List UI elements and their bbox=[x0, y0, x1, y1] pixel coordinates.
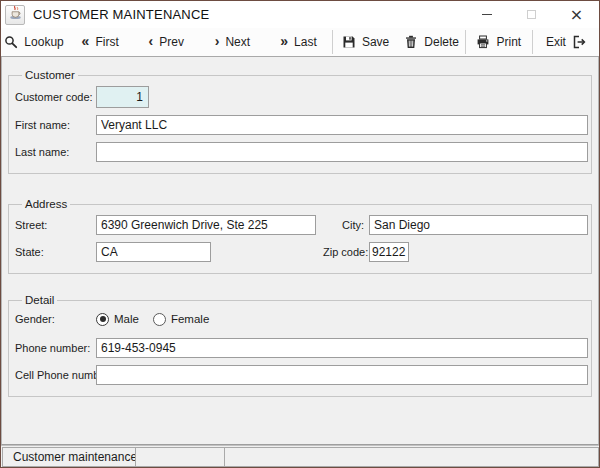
save-button[interactable]: Save bbox=[333, 28, 399, 56]
next-button[interactable]: › Next bbox=[199, 28, 265, 56]
customer-code-input[interactable] bbox=[96, 86, 149, 108]
first-icon: « bbox=[82, 34, 90, 48]
status-cell-empty bbox=[135, 447, 225, 467]
print-button[interactable]: Print bbox=[466, 28, 532, 56]
toolbar: Lookup « First ‹ Prev › Next » Last Save bbox=[1, 28, 599, 57]
java-icon bbox=[8, 5, 23, 24]
delete-label: Delete bbox=[424, 35, 459, 49]
gender-radio-female[interactable]: Female bbox=[153, 313, 209, 326]
prev-icon: ‹ bbox=[149, 34, 154, 48]
state-zip-row: State: Zip code: bbox=[15, 242, 588, 262]
title-bar: CUSTOMER MAINTENANCE × bbox=[1, 1, 599, 28]
exit-label: Exit bbox=[546, 35, 566, 49]
maximize-button[interactable] bbox=[509, 1, 554, 28]
cell-phone-label: Cell Phone number: bbox=[15, 369, 96, 381]
first-button[interactable]: « First bbox=[67, 28, 133, 56]
next-label: Next bbox=[225, 35, 250, 49]
close-button[interactable]: × bbox=[554, 1, 599, 28]
last-button[interactable]: » Last bbox=[265, 28, 331, 56]
minimize-icon bbox=[482, 14, 492, 15]
save-label: Save bbox=[362, 35, 389, 49]
address-group: Address Street: City: State: Zip code: bbox=[8, 198, 592, 274]
phone-label: Phone number: bbox=[15, 342, 96, 354]
search-icon bbox=[4, 35, 18, 49]
status-cell-empty bbox=[224, 447, 599, 467]
zip-code-label: Zip code: bbox=[323, 246, 369, 258]
last-name-row: Last name: bbox=[15, 142, 588, 162]
address-group-title: Address bbox=[22, 198, 70, 210]
exit-icon bbox=[572, 35, 586, 49]
phone-input[interactable] bbox=[96, 338, 588, 358]
customer-group-title: Customer bbox=[22, 69, 78, 81]
window-title: CUSTOMER MAINTENANCE bbox=[33, 7, 464, 22]
system-menu-button[interactable] bbox=[5, 5, 25, 25]
customer-code-row: Customer code: bbox=[15, 86, 588, 108]
prev-button[interactable]: ‹ Prev bbox=[133, 28, 199, 56]
male-label: Male bbox=[114, 313, 139, 325]
save-icon bbox=[342, 35, 356, 49]
gender-label: Gender: bbox=[15, 313, 96, 325]
minimize-button[interactable] bbox=[464, 1, 509, 28]
last-label: Last bbox=[294, 35, 317, 49]
exit-button[interactable]: Exit bbox=[533, 28, 599, 56]
gender-radio-male[interactable]: Male bbox=[96, 313, 139, 326]
detail-group-title: Detail bbox=[22, 294, 57, 306]
cell-phone-row: Cell Phone number: bbox=[15, 365, 588, 385]
print-label: Print bbox=[496, 35, 521, 49]
state-input[interactable] bbox=[96, 242, 211, 262]
maximize-icon bbox=[527, 10, 536, 19]
last-name-input[interactable] bbox=[96, 142, 588, 162]
customer-group: Customer Customer code: First name: Last… bbox=[8, 69, 592, 174]
status-bar: Customer maintenance bbox=[1, 445, 599, 467]
radio-female-icon bbox=[153, 313, 166, 326]
zip-code-input[interactable] bbox=[369, 242, 409, 262]
lookup-button[interactable]: Lookup bbox=[1, 28, 67, 56]
phone-row: Phone number: bbox=[15, 338, 588, 358]
delete-button[interactable]: Delete bbox=[399, 28, 465, 56]
cell-phone-input[interactable] bbox=[96, 365, 588, 385]
state-label: State: bbox=[15, 246, 96, 258]
city-label: City: bbox=[336, 219, 369, 231]
app-window: CUSTOMER MAINTENANCE × Lookup « First ‹ … bbox=[0, 0, 600, 468]
detail-group: Detail Gender: Male Female Phone number:… bbox=[8, 294, 592, 397]
customer-code-label: Customer code: bbox=[15, 91, 96, 103]
street-label: Street: bbox=[15, 219, 96, 231]
female-label: Female bbox=[171, 313, 209, 325]
first-name-row: First name: bbox=[15, 115, 588, 135]
first-label: First bbox=[95, 35, 118, 49]
city-input[interactable] bbox=[369, 215, 588, 235]
last-icon: » bbox=[280, 34, 288, 48]
first-name-label: First name: bbox=[15, 119, 96, 131]
street-input[interactable] bbox=[96, 215, 316, 235]
street-city-row: Street: City: bbox=[15, 215, 588, 235]
close-icon: × bbox=[570, 7, 583, 23]
prev-label: Prev bbox=[159, 35, 184, 49]
status-tab-label: Customer maintenance bbox=[13, 450, 137, 464]
radio-male-icon bbox=[96, 313, 109, 326]
lookup-label: Lookup bbox=[24, 35, 63, 49]
first-name-input[interactable] bbox=[96, 115, 588, 135]
trash-icon bbox=[404, 35, 418, 49]
status-tab-customer-maintenance[interactable]: Customer maintenance bbox=[2, 447, 136, 467]
printer-icon bbox=[476, 35, 490, 49]
gender-row: Gender: Male Female bbox=[15, 311, 588, 327]
last-name-label: Last name: bbox=[15, 146, 96, 158]
next-icon: › bbox=[215, 34, 220, 48]
form-panel: Customer Customer code: First name: Last… bbox=[1, 57, 599, 445]
